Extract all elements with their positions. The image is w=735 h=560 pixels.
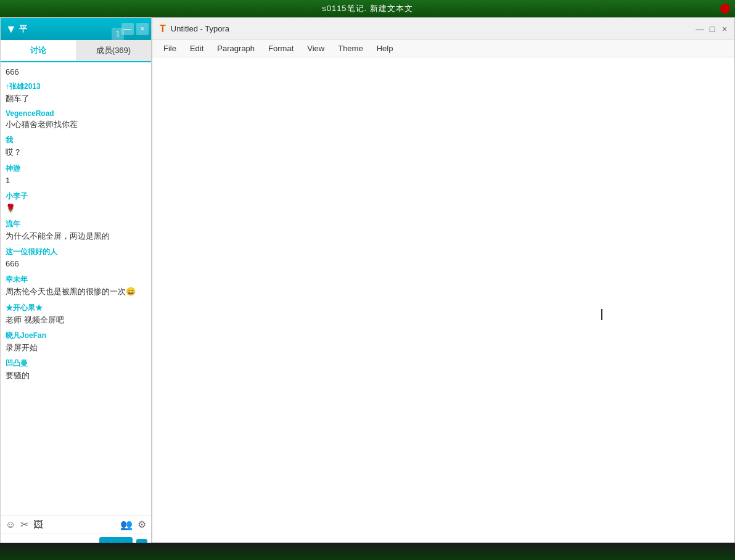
image-icon[interactable]: 🖼: [33, 519, 43, 530]
close-button[interactable]: ×: [136, 23, 149, 35]
list-item: 流年 为什么不能全屏，两边是黑的: [6, 219, 146, 242]
typora-app-icon: T: [160, 23, 166, 35]
main-container: ▼ 平 1 — × 讨论 成员(369) 666 ↑张雄2013 翻: [0, 17, 735, 560]
typora-minimize-button[interactable]: —: [695, 24, 705, 34]
list-item: 666: [6, 67, 146, 76]
text-cursor: [601, 309, 602, 320]
chat-header: ▼ 平 1 — ×: [1, 18, 151, 40]
typora-panel: T Untitled - Typora — □ × File Edit Para…: [152, 17, 735, 560]
chat-messages: 666 ↑张雄2013 翻车了 VegenceRoad 小心猫舍老师找你茬 我 …: [1, 62, 151, 516]
list-item: ↑张雄2013 翻车了: [6, 81, 146, 104]
tab-discussion[interactable]: 讨论: [1, 40, 76, 62]
list-item: 我 哎？: [6, 135, 146, 158]
emoji-icon[interactable]: ☺: [6, 519, 15, 530]
dropdown-icon: ▼: [6, 23, 17, 36]
typora-window-title: Untitled - Typora: [171, 24, 229, 33]
menu-theme[interactable]: Theme: [332, 41, 369, 56]
list-item: 凹凸曼 要骚的: [6, 358, 146, 381]
menu-edit[interactable]: Edit: [184, 41, 210, 56]
list-item: 晓凡JoeFan 录屏开始: [6, 331, 146, 353]
taskbar: s0115笔记. 新建文本文: [0, 0, 735, 17]
notification-badge[interactable]: 1: [112, 28, 124, 40]
menu-paragraph[interactable]: Paragraph: [211, 41, 261, 56]
list-item: 这一位很好的人 666: [6, 247, 146, 270]
tab-row: 讨论 成员(369): [1, 40, 151, 62]
chat-header-title: 平: [19, 23, 27, 35]
typora-window-controls: — □ ×: [695, 24, 729, 34]
taskbar-title: s0115笔记. 新建文本文: [322, 3, 413, 14]
typora-menu-bar: File Edit Paragraph Format View Theme He…: [152, 40, 734, 57]
typora-editor[interactable]: [152, 57, 734, 542]
list-item: VegenceRoad 小心猫舍老师找你茬: [6, 109, 146, 130]
taskbar-close-btn[interactable]: [720, 4, 730, 14]
chat-panel: ▼ 平 1 — × 讨论 成员(369) 666 ↑张雄2013 翻: [0, 17, 152, 560]
list-item: 小李子 🌹: [6, 191, 146, 214]
chat-toolbar: ☺ ✂ 🖼 👥 ⚙: [1, 516, 151, 533]
bottom-taskbar: [0, 543, 735, 560]
list-item: 幸未年 周杰伦今天也是被黑的很惨的一次😄: [6, 274, 146, 297]
tab-members[interactable]: 成员(369): [76, 40, 151, 61]
typora-maximize-button[interactable]: □: [707, 24, 717, 34]
header-controls: 1 — ×: [121, 23, 149, 35]
list-item: 神游 1: [6, 163, 146, 186]
list-item: ★开心果★ 老师 视频全屏吧: [6, 303, 146, 326]
typora-close-button[interactable]: ×: [720, 24, 729, 34]
scissors-icon[interactable]: ✂: [20, 519, 28, 530]
menu-help[interactable]: Help: [371, 41, 400, 56]
menu-view[interactable]: View: [301, 41, 331, 56]
menu-format[interactable]: Format: [262, 41, 300, 56]
typora-titlebar: T Untitled - Typora — □ ×: [152, 18, 734, 40]
settings-icon[interactable]: ⚙: [138, 519, 146, 530]
menu-file[interactable]: File: [157, 41, 183, 56]
members-icon[interactable]: 👥: [120, 519, 133, 530]
